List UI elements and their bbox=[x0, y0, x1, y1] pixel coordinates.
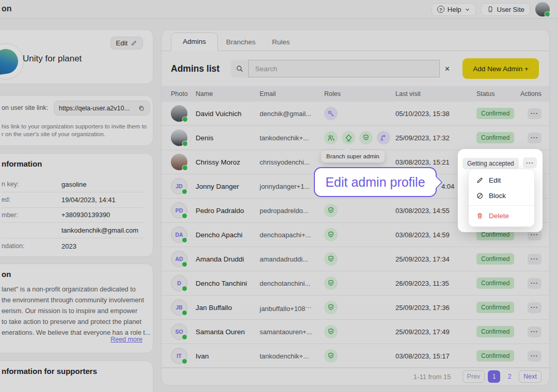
row-context-menu: EditBlockDelete bbox=[468, 169, 535, 227]
menu-item-block[interactable]: Block bbox=[469, 188, 534, 203]
more-actions-button[interactable]: ··· bbox=[523, 157, 537, 168]
callout-text: Edit admin profile bbox=[325, 175, 425, 190]
status-badge: Getting accepted bbox=[463, 158, 519, 169]
menu-divider bbox=[469, 205, 534, 206]
menu-item-delete[interactable]: Delete bbox=[469, 208, 534, 223]
block-icon bbox=[476, 192, 484, 200]
pencil-icon bbox=[476, 176, 484, 184]
onboarding-callout: Edit admin profile bbox=[314, 167, 437, 197]
menu-item-label: Delete bbox=[489, 212, 509, 220]
menu-item-label: Edit bbox=[489, 176, 501, 184]
menu-item-edit[interactable]: Edit bbox=[469, 172, 534, 188]
menu-item-label: Block bbox=[489, 192, 506, 200]
trash-icon bbox=[476, 212, 484, 220]
